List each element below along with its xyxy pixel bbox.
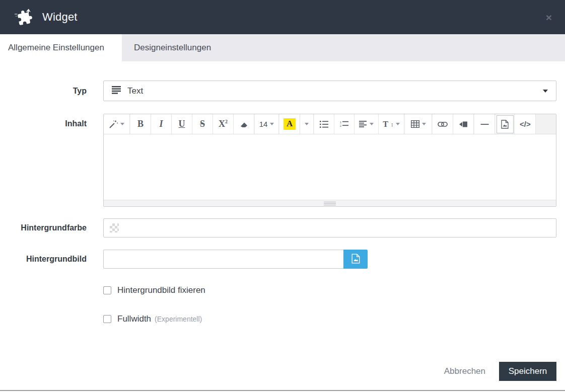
tab-design-settings[interactable]: Designeinstellungen (122, 34, 223, 61)
typ-select[interactable]: Text (103, 81, 556, 101)
fullwidth-label: Fullwidth (117, 314, 151, 324)
transparent-color-swatch[interactable] (110, 223, 119, 232)
resize-grip-icon (324, 202, 336, 205)
widget-puzzle-icon (14, 7, 34, 27)
fullwidth-experimental-note: (Experimentell) (155, 315, 202, 323)
superscript-button[interactable]: X2 (213, 114, 234, 134)
line-height-button[interactable]: T↕ (379, 114, 404, 134)
ordered-list-button[interactable]: 1 2 (334, 114, 355, 134)
chevron-down-icon (370, 123, 374, 125)
style-dropdown-button[interactable] (104, 114, 130, 134)
background-color-input[interactable] (119, 219, 550, 237)
chevron-down-icon (396, 123, 400, 125)
table-grid-icon (411, 120, 419, 128)
background-color-input-box (103, 218, 556, 238)
code-view-button[interactable]: </> (515, 114, 536, 134)
fix-background-row: Hintergrundbild fixieren (103, 285, 565, 295)
chevron-down-icon (543, 90, 548, 93)
paragraph-align-button[interactable] (355, 114, 379, 134)
font-size-button[interactable]: 14 (255, 114, 279, 134)
clear-format-button[interactable] (234, 114, 254, 134)
table-button[interactable] (405, 114, 432, 134)
tab-bar: Allgemeine Einstellungen Designeinstellu… (0, 34, 565, 61)
tab-general-settings[interactable]: Allgemeine Einstellungen (0, 34, 122, 61)
background-image-row: Hintergrundbild (0, 250, 565, 269)
editor-toolbar: B I U S X2 (104, 114, 556, 134)
chevron-down-icon (120, 123, 124, 125)
background-color-label: Hintergrundfarbe (0, 223, 87, 232)
svg-text:1: 1 (340, 121, 341, 124)
eraser-icon (240, 120, 248, 128)
fix-background-checkbox[interactable] (103, 286, 111, 294)
picture-button[interactable] (496, 114, 515, 134)
fullwidth-checkbox[interactable] (103, 315, 111, 323)
background-color-row: Hintergrundfarbe (0, 218, 565, 238)
inhalt-row: Inhalt (0, 114, 565, 207)
text-lines-icon (112, 86, 121, 96)
editor-resize-bar[interactable] (104, 200, 556, 206)
fullwidth-row: Fullwidth (Experimentell) (103, 314, 565, 324)
chevron-down-icon (270, 123, 274, 125)
updown-arrow-icon: ↕ (391, 121, 394, 127)
image-file-icon (501, 120, 509, 129)
background-image-label: Hintergrundbild (0, 255, 87, 264)
link-button[interactable] (433, 114, 453, 134)
horizontal-rule-icon: — (480, 120, 488, 129)
cancel-button[interactable]: Abbrechen (444, 366, 485, 376)
numbered-list-icon: 1 2 (340, 121, 348, 128)
inhalt-label: Inhalt (0, 114, 87, 207)
save-button[interactable]: Speichern (499, 362, 556, 381)
magic-wand-icon (109, 120, 118, 129)
video-camera-icon (459, 121, 468, 127)
typ-label: Typ (0, 87, 87, 96)
align-left-icon (359, 121, 367, 127)
background-image-input-box (103, 250, 343, 269)
browse-image-button[interactable] (343, 250, 368, 269)
dialog-bottom-edge (0, 390, 565, 391)
dialog-body: Typ Text Inhalt (0, 61, 565, 324)
bullet-list-icon (320, 121, 328, 128)
bold-button[interactable]: B (130, 114, 151, 134)
font-color-dropdown-button[interactable] (300, 114, 314, 134)
font-color-swatch: A (284, 118, 296, 130)
background-image-input[interactable] (110, 250, 337, 268)
dialog-footer: Abbrechen Speichern (444, 362, 556, 381)
underline-button[interactable]: U (172, 114, 192, 134)
rich-text-editor: B I U S X2 (103, 114, 556, 207)
video-button[interactable] (453, 114, 474, 134)
horizontal-rule-button[interactable]: — (474, 114, 495, 134)
svg-text:2: 2 (340, 124, 341, 127)
italic-button[interactable]: I (151, 114, 172, 134)
dialog-title: Widget (42, 11, 78, 24)
typ-row: Typ Text (0, 81, 565, 101)
dialog-header: Widget × (0, 0, 565, 34)
image-file-icon (351, 254, 360, 265)
link-icon (438, 121, 448, 127)
strikethrough-button[interactable]: S (192, 114, 213, 134)
chevron-down-icon (305, 123, 309, 125)
chevron-down-icon (422, 123, 426, 125)
unordered-list-button[interactable] (314, 114, 334, 134)
close-icon[interactable]: × (546, 12, 552, 23)
typ-selected-value: Text (127, 86, 543, 96)
fix-background-label: Hintergrundbild fixieren (117, 285, 205, 295)
editor-content-area[interactable] (104, 134, 556, 200)
font-color-button[interactable]: A (279, 114, 300, 134)
